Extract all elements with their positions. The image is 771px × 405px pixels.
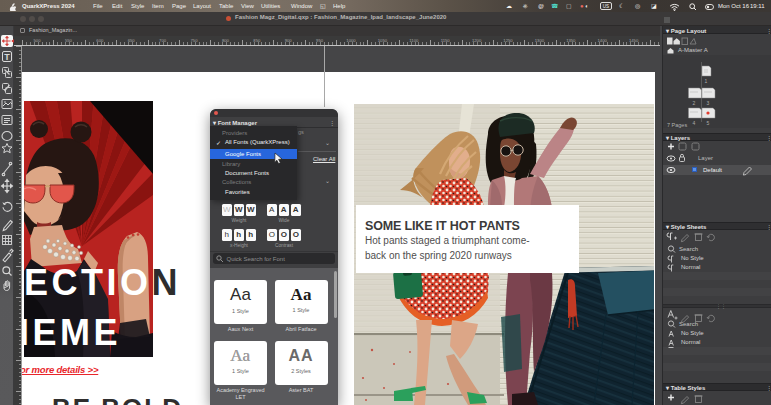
svg-text:T: T [4,52,10,62]
svg-text:4: 4 [693,120,696,126]
svg-text:1: 1 [705,78,708,84]
svg-text:2: 2 [693,100,696,106]
svg-text:3: 3 [707,100,710,106]
svg-text:5: 5 [707,120,710,126]
